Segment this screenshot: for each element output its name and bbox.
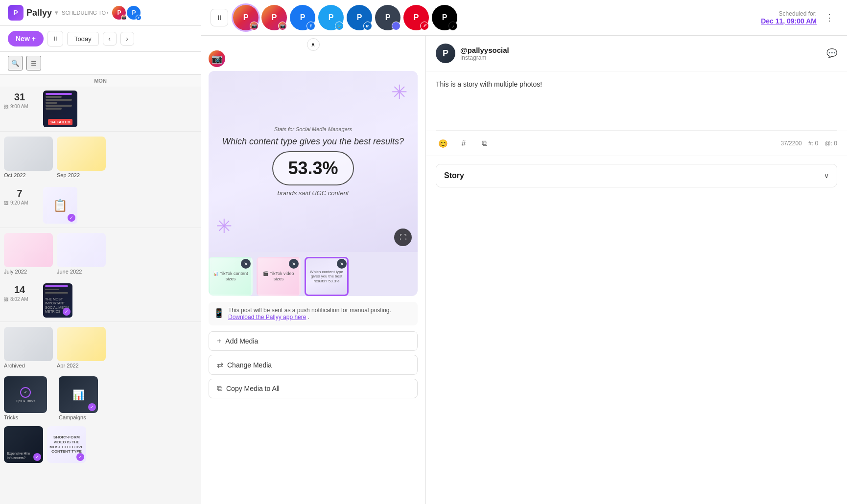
list-item[interactable]: July 2022	[4, 233, 53, 275]
thumb-remove-3-button[interactable]: ✕	[337, 259, 347, 269]
platform-btn-tiktok[interactable]: P ♪	[432, 5, 457, 30]
tricks-label: Tricks	[4, 414, 18, 420]
date-cell-31: 31 🖼 9:00 AM	[0, 87, 39, 131]
modal-pause-button[interactable]: ⏸	[211, 9, 228, 26]
push-notification-banner: 📱 This post will be sent as a push notif…	[209, 302, 418, 325]
table-row[interactable]: 1/4 FAILED	[43, 91, 197, 127]
platform-btn-linkedin[interactable]: P in	[347, 5, 372, 30]
list-item[interactable]: Sep 2022	[57, 137, 106, 178]
folder-row-2: July 2022 June 2022	[0, 228, 201, 279]
table-row[interactable]: THE MOST IMPORTANT SOCIAL MEDIA METRICS …	[43, 283, 197, 318]
pause-icon: ⏸	[52, 35, 58, 42]
list-view-button[interactable]: ☰	[26, 56, 41, 70]
post-thumb-dark: 1/4 FAILED	[43, 91, 77, 127]
scroll-up-button[interactable]: ∧	[307, 38, 320, 51]
media-actions: + Add Media ⇄ Change Media ⧉ Copy Media …	[201, 325, 425, 404]
list-item[interactable]: Expensive Hire Influencers? ✓	[4, 426, 43, 463]
twitter-letter: P	[329, 13, 334, 22]
calendar-day-header: MON	[0, 75, 201, 87]
platform-ig-icon: 📷	[209, 50, 225, 67]
platform-icons-row: P 📷 P 📷 P f P 🐦 P in	[233, 5, 756, 30]
date-number-31: 31	[4, 92, 35, 103]
post-editor-platform-row: ∧ 📷	[201, 36, 425, 67]
media-preview-area: ✳ ✳ Stats for Social Media Managers Whic…	[209, 71, 418, 296]
header-platform-icons: P 📷 P f	[112, 6, 141, 20]
today-button[interactable]: Today	[67, 32, 99, 46]
list-item[interactable]: ✓ Tips & Tricks Tricks	[4, 376, 47, 420]
new-button[interactable]: New +	[8, 31, 44, 46]
platform-btn-instagram[interactable]: P 📷	[233, 5, 259, 30]
message-icon[interactable]: 💬	[826, 48, 837, 59]
header-fb-icon[interactable]: P f	[127, 6, 141, 20]
list-item[interactable]: Apr 2022	[57, 327, 106, 368]
date-number-7: 7	[4, 188, 35, 199]
pause-button[interactable]: ⏸	[47, 31, 63, 46]
post-thumbs-14: THE MOST IMPORTANT SOCIAL MEDIA METRICS …	[39, 279, 201, 321]
time-icon-14: 🖼	[4, 297, 8, 302]
list-item[interactable]: Oct 2022	[4, 137, 53, 178]
stats-percent: 53.3%	[272, 151, 353, 185]
folder-label-jul: July 2022	[4, 269, 27, 275]
calendar-content: 31 🖼 9:00 AM	[0, 87, 201, 504]
list-item[interactable]: 📊 ✓ Campaigns	[59, 376, 98, 420]
tiktok-letter: P	[442, 13, 447, 22]
emoji-button[interactable]: 😊	[436, 136, 450, 151]
thumb-remove-1-button[interactable]: ✕	[241, 259, 251, 269]
platform-btn-pinterest[interactable]: P 𝑃	[403, 5, 429, 30]
change-media-button[interactable]: ⇄ Change Media	[209, 355, 418, 375]
add-media-button[interactable]: + Add Media	[209, 331, 418, 351]
header-ig-icon[interactable]: P 📷	[112, 6, 126, 20]
table-row[interactable]: 📋 ✓	[43, 187, 197, 224]
stats-question: Which content type gives you the best re…	[222, 136, 404, 147]
hashtag-button[interactable]: #	[456, 136, 471, 151]
swap-icon: ⇄	[217, 360, 223, 369]
brand-logo[interactable]: P Pallyy ▾	[8, 5, 58, 21]
list-item[interactable]: SHORT-FORM VIDEO IS THE MOST EFFECTIVE C…	[47, 426, 86, 463]
ig-circle-icon: 📷	[209, 50, 225, 67]
facebook-letter: P	[300, 13, 306, 22]
thumb-item-1[interactable]: 📊 TikTok content sizes ✕	[209, 257, 253, 296]
fullscreen-button[interactable]: ⛶	[394, 229, 412, 246]
platform-btn-generic[interactable]: P	[375, 5, 400, 30]
story-dropdown-header[interactable]: Story ∨	[436, 164, 837, 187]
thumb-remove-2-button[interactable]: ✕	[289, 259, 299, 269]
time-7: 9:20 AM	[10, 200, 28, 206]
modal-body: ∧ 📷 ✳ ✳ Stats for Social Media Managers …	[201, 36, 847, 504]
brand-name: Pallyy	[26, 8, 52, 18]
folder-visual-sep	[57, 137, 106, 171]
modal-area: ⏸ P 📷 P 📷 P f P 🐦	[201, 0, 847, 504]
close-icon: ✕	[244, 261, 248, 267]
fullscreen-icon: ⛶	[400, 233, 406, 241]
folder-visual-oct	[4, 137, 53, 171]
platform-btn-twitter[interactable]: P 🐦	[318, 5, 344, 30]
thumb-item-2[interactable]: 🎬 TikTok video sizes ✕	[257, 257, 301, 296]
scheduled-date[interactable]: Dec 11, 09:00 AM	[761, 17, 817, 25]
thumb-item-3[interactable]: Which content type gives you the best re…	[305, 257, 349, 296]
list-item[interactable]: June 2022	[57, 233, 106, 275]
account-handle: @pallyysocial	[460, 46, 509, 54]
post-thumbs-7: 📋 ✓	[39, 183, 201, 228]
folder-visual-jun	[57, 233, 106, 267]
folder-label-apr: Apr 2022	[57, 363, 79, 368]
account-info: @pallyysocial Instagram	[460, 46, 509, 61]
instagram-letter: P	[243, 13, 249, 22]
folder-label-sep: Sep 2022	[57, 172, 80, 178]
next-button[interactable]: ›	[120, 32, 134, 46]
more-options-button[interactable]: ⋮	[822, 10, 837, 25]
week-section-14: 14 🖼 8:02 AM THE MOST IMPORTA	[0, 279, 201, 322]
copy-icon-caption: ⧉	[482, 139, 487, 148]
pause-bars-icon: ⏸	[216, 14, 223, 22]
caption-text-area[interactable]: This is a story with multiple photos!	[426, 71, 847, 130]
platform-btn-facebook[interactable]: P f	[290, 5, 315, 30]
pinterest-badge-icon: 𝑃	[420, 22, 429, 30]
linkedin-letter: P	[357, 13, 362, 22]
prev-button[interactable]: ‹	[103, 32, 117, 46]
copy-caption-button[interactable]: ⧉	[477, 136, 492, 151]
date-number-14: 14	[4, 284, 35, 296]
folder-row-3: Archived Apr 2022	[0, 322, 201, 373]
platform-btn-instagram2[interactable]: P 📷	[261, 5, 287, 30]
search-button[interactable]: 🔍	[8, 56, 23, 70]
copy-media-button[interactable]: ⧉ Copy Media to All	[209, 379, 418, 398]
download-app-link[interactable]: Download the Pallyy app here	[228, 314, 306, 321]
list-item[interactable]: Archived	[4, 327, 53, 368]
